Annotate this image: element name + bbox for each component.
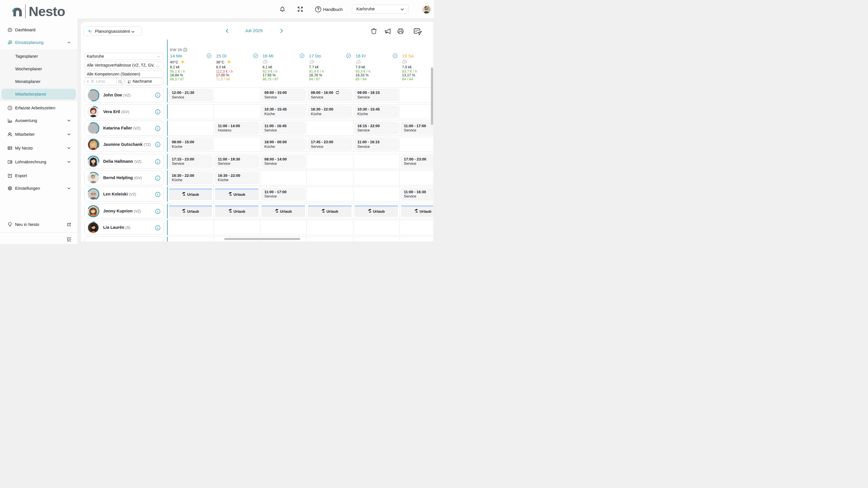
svg-text:?: ?: [311, 61, 313, 63]
svg-text:Z: Z: [129, 82, 130, 84]
svg-text:?: ?: [358, 61, 360, 63]
svg-text:A: A: [129, 80, 131, 82]
svg-text:?: ?: [265, 61, 266, 63]
svg-text:?: ?: [404, 61, 405, 63]
